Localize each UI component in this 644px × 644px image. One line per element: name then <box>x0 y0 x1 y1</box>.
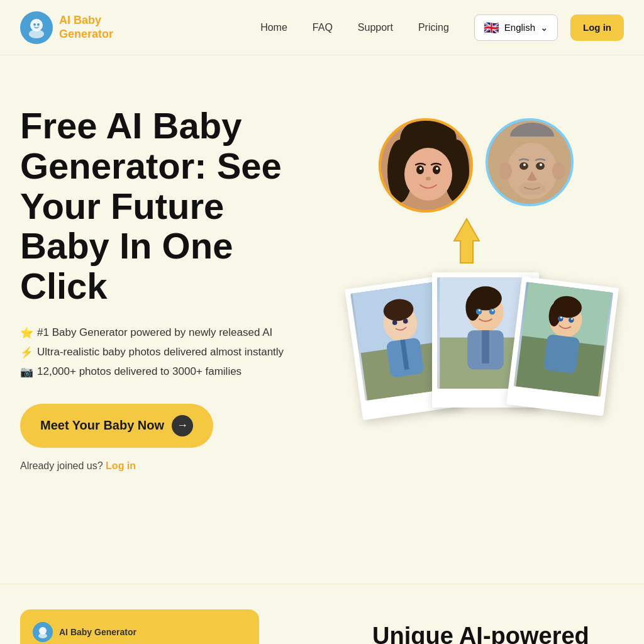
app-preview-header: AI Baby Generator <box>33 622 247 642</box>
hero-title: Free AI Baby Generator: See Your Future … <box>20 106 322 306</box>
app-preview-card: AI Baby Generator <box>20 609 259 644</box>
svg-point-20 <box>519 162 528 170</box>
svg-point-41 <box>476 309 482 315</box>
section2-title: Unique AI-powered baby generator gives a… <box>372 622 624 644</box>
nav-links: Home FAQ Support Pricing <box>260 22 449 33</box>
logo[interactable]: AI Baby Generator <box>20 11 113 44</box>
svg-point-12 <box>436 167 438 170</box>
svg-point-24 <box>518 182 546 195</box>
svg-point-10 <box>433 165 440 174</box>
chevron-down-icon: ⌄ <box>540 22 548 33</box>
login-link[interactable]: Log in <box>106 460 136 471</box>
faces-container <box>341 106 605 546</box>
section2-right: Unique AI-powered baby generator gives a… <box>335 609 624 644</box>
svg-point-42 <box>489 309 496 315</box>
logo-icon <box>20 11 53 44</box>
svg-point-21 <box>536 162 545 170</box>
svg-point-19 <box>552 162 565 180</box>
section2-left: AI Baby Generator <box>20 609 335 644</box>
svg-point-3 <box>37 23 40 26</box>
hero-content: Free AI Baby Generator: See Your Future … <box>20 93 322 472</box>
language-selector[interactable]: 🇬🇧 English ⌄ <box>474 14 558 41</box>
svg-point-22 <box>523 164 526 166</box>
star-icon: ⭐ <box>20 326 33 340</box>
svg-point-11 <box>419 167 422 170</box>
app-name-label: AI Baby Generator <box>59 627 136 637</box>
nav-faq[interactable]: FAQ <box>313 22 333 33</box>
svg-rect-46 <box>482 330 489 364</box>
photo-icon: 📷 <box>20 365 33 379</box>
svg-point-8 <box>404 148 452 201</box>
arrow-right-icon: → <box>172 415 193 436</box>
nav-pricing[interactable]: Pricing <box>418 22 449 33</box>
flag-icon: 🇬🇧 <box>484 20 499 35</box>
svg-marker-25 <box>454 219 479 263</box>
language-label: English <box>504 22 535 33</box>
logo-text: AI Baby Generator <box>59 14 113 41</box>
nav-support[interactable]: Support <box>358 22 393 33</box>
bullet-3: 📷 12,000+ photos delivered to 3000+ fami… <box>20 365 322 379</box>
hero-bullets: ⭐ #1 Baby Generator powered by newly rel… <box>20 326 322 379</box>
svg-point-23 <box>540 164 542 166</box>
bullet-2: ⚡ Ultra-realistic baby photos delivered … <box>20 346 322 359</box>
cta-button[interactable]: Meet Your Baby Now → <box>20 404 213 448</box>
svg-rect-57 <box>543 334 580 374</box>
bullet-1: ⭐ #1 Baby Generator powered by newly rel… <box>20 326 322 340</box>
lightning-icon: ⚡ <box>20 346 33 359</box>
svg-point-13 <box>426 177 431 180</box>
svg-point-9 <box>416 165 424 174</box>
baby-photo-3 <box>506 276 619 416</box>
mom-face <box>379 118 473 213</box>
cta-label: Meet Your Baby Now <box>40 418 164 433</box>
already-joined-text: Already joined us? Log in <box>20 460 322 472</box>
app-icon-small <box>33 622 53 642</box>
hero-illustration <box>322 93 624 546</box>
nav-home[interactable]: Home <box>260 22 287 33</box>
svg-point-18 <box>499 162 512 180</box>
svg-point-44 <box>492 309 494 311</box>
section2: AI Baby Generator Unique AI-powered baby… <box>0 584 644 644</box>
arrow-down-icon <box>445 216 489 275</box>
dad-face <box>486 118 574 206</box>
svg-point-43 <box>479 309 480 311</box>
navbar: AI Baby Generator Home FAQ Support Prici… <box>0 0 644 55</box>
login-button[interactable]: Log in <box>570 14 624 41</box>
svg-point-59 <box>38 633 47 638</box>
svg-point-1 <box>29 30 44 38</box>
hero-section: Free AI Baby Generator: See Your Future … <box>0 55 644 584</box>
svg-point-2 <box>33 23 36 26</box>
svg-point-40 <box>465 294 480 321</box>
